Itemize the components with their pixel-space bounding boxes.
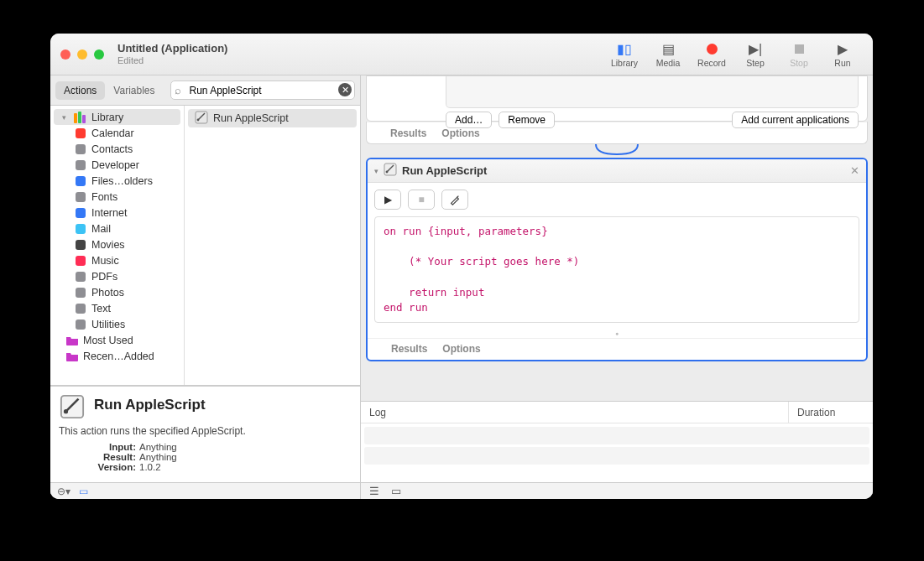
svg-rect-11 xyxy=(76,304,86,314)
window-title: Untitled (Application) xyxy=(117,42,227,55)
category-icon xyxy=(74,127,87,140)
add-button[interactable]: Add… xyxy=(446,112,492,128)
action-title: Run AppleScript xyxy=(402,164,487,177)
category-label: Fonts xyxy=(91,191,117,203)
library-root[interactable]: ▾ Library xyxy=(54,109,180,125)
smart-folder-label: Most Used xyxy=(83,335,133,346)
category-label: Utilities xyxy=(91,319,125,330)
action-header[interactable]: ▾ Run AppleScript ✕ xyxy=(368,159,866,183)
smart-folder[interactable]: Most Used xyxy=(50,332,184,348)
result-label: Run AppleScript xyxy=(213,112,289,124)
library-category[interactable]: Photos xyxy=(50,284,184,300)
log-column-header[interactable]: Log xyxy=(361,402,789,423)
category-icon xyxy=(74,222,87,236)
category-icon xyxy=(74,174,87,188)
library-category[interactable]: Contacts xyxy=(50,141,184,157)
library-button[interactable]: ▮▯ Library xyxy=(604,37,645,72)
add-current-apps-button[interactable]: Add current applications xyxy=(732,112,859,128)
svg-point-14 xyxy=(197,118,200,121)
library-category[interactable]: Utilities xyxy=(50,316,184,332)
category-icon xyxy=(74,158,87,172)
library-category[interactable]: Fonts xyxy=(50,189,184,205)
library-category[interactable]: Movies xyxy=(50,236,184,252)
remove-action-button[interactable]: ✕ xyxy=(850,164,859,177)
script-editor[interactable]: on run {input, parameters} (* Your scrip… xyxy=(374,216,859,323)
log-row xyxy=(364,427,869,444)
library-category[interactable]: PDFs xyxy=(50,268,184,284)
tab-variables[interactable]: Variables xyxy=(105,81,163,100)
category-label: PDFs xyxy=(91,271,117,283)
category-label: Mail xyxy=(91,223,111,235)
category-icon xyxy=(74,318,87,331)
svg-rect-9 xyxy=(76,272,86,282)
library-category[interactable]: Internet xyxy=(50,205,184,221)
flow-view-button[interactable]: ▭ xyxy=(391,485,401,497)
stub-results-tab[interactable]: Results xyxy=(390,127,426,139)
workflow-area: Add… Remove Add current applications Res… xyxy=(361,75,873,499)
gear-menu-button[interactable]: ⊖▾ xyxy=(57,486,70,497)
window-title-block: Untitled (Application) Edited xyxy=(117,42,227,66)
search-input[interactable] xyxy=(170,81,356,100)
action-results-tab[interactable]: Results xyxy=(391,343,427,355)
record-button[interactable]: Record xyxy=(692,37,732,72)
run-button[interactable]: ▶ Run xyxy=(822,37,863,72)
library-icon: ▮▯ xyxy=(617,41,632,58)
zoom-window-button[interactable] xyxy=(94,49,104,60)
remove-button[interactable]: Remove xyxy=(499,112,555,128)
search-icon: ⌕ xyxy=(175,84,181,96)
action-connector xyxy=(366,144,868,158)
smart-folder[interactable]: Recen…Added xyxy=(50,348,184,364)
category-label: Text xyxy=(91,303,111,314)
library-category[interactable]: Music xyxy=(50,252,184,268)
library-category[interactable]: Files…olders xyxy=(50,173,184,189)
stub-options-tab[interactable]: Options xyxy=(441,127,479,139)
resize-handle[interactable]: ● xyxy=(368,330,866,338)
stop-button: Stop xyxy=(779,37,819,72)
step-button[interactable]: ▶| Step xyxy=(735,37,775,72)
clear-search-button[interactable]: ✕ xyxy=(338,83,352,96)
category-icon xyxy=(74,238,87,252)
library-category[interactable]: Text xyxy=(50,300,184,316)
svg-point-16 xyxy=(64,409,68,413)
title-bar: Untitled (Application) Edited ▮▯ Library… xyxy=(50,34,873,75)
chevron-down-icon: ▾ xyxy=(62,113,70,122)
media-button[interactable]: ▤ Media xyxy=(648,37,688,72)
previous-action-stub: Add… Remove Add current applications xyxy=(366,75,868,122)
stop-script-button: ■ xyxy=(408,190,435,210)
category-icon xyxy=(74,254,87,268)
svg-rect-1 xyxy=(76,144,86,154)
applescript-icon xyxy=(195,111,208,127)
tab-actions[interactable]: Actions xyxy=(55,81,105,100)
log-rows xyxy=(361,423,873,482)
duration-column-header[interactable]: Duration xyxy=(789,402,873,423)
mode-segmented-control: Actions Variables xyxy=(55,81,164,100)
toggle-preview-button[interactable]: ▭ xyxy=(79,486,88,497)
action-options-tab[interactable]: Options xyxy=(442,343,480,355)
log-row xyxy=(364,447,869,465)
library-tree[interactable]: ▾ Library CalendarContactsDeveloperFiles… xyxy=(50,106,185,385)
category-label: Movies xyxy=(91,239,125,251)
action-results-list[interactable]: Run AppleScript xyxy=(185,106,360,385)
category-label: Internet xyxy=(91,207,127,219)
run-applescript-action[interactable]: ▾ Run AppleScript ✕ ▶ ■ on xyxy=(366,158,868,361)
workflow-footer: ☰ ▭ xyxy=(361,482,873,499)
run-script-button[interactable]: ▶ xyxy=(374,190,401,210)
library-category[interactable]: Mail xyxy=(50,221,184,236)
close-window-button[interactable] xyxy=(60,49,70,60)
category-icon xyxy=(74,286,87,299)
svg-rect-7 xyxy=(76,240,86,250)
library-category[interactable]: Calendar xyxy=(50,125,184,141)
step-icon: ▶| xyxy=(749,41,762,58)
chevron-down-icon[interactable]: ▾ xyxy=(374,167,378,175)
workflow-canvas[interactable]: Add… Remove Add current applications Res… xyxy=(361,75,873,401)
preview-title: Run AppleScript xyxy=(94,397,206,413)
compile-script-button[interactable] xyxy=(441,190,468,210)
library-category[interactable]: Developer xyxy=(50,157,184,173)
action-preview: Run AppleScript This action runs the spe… xyxy=(50,386,360,482)
list-view-button[interactable]: ☰ xyxy=(369,485,379,497)
result-run-applescript[interactable]: Run AppleScript xyxy=(188,109,357,127)
category-label: Music xyxy=(91,255,119,267)
minimize-window-button[interactable] xyxy=(77,49,87,60)
svg-rect-17 xyxy=(384,164,396,175)
svg-rect-13 xyxy=(196,112,207,123)
